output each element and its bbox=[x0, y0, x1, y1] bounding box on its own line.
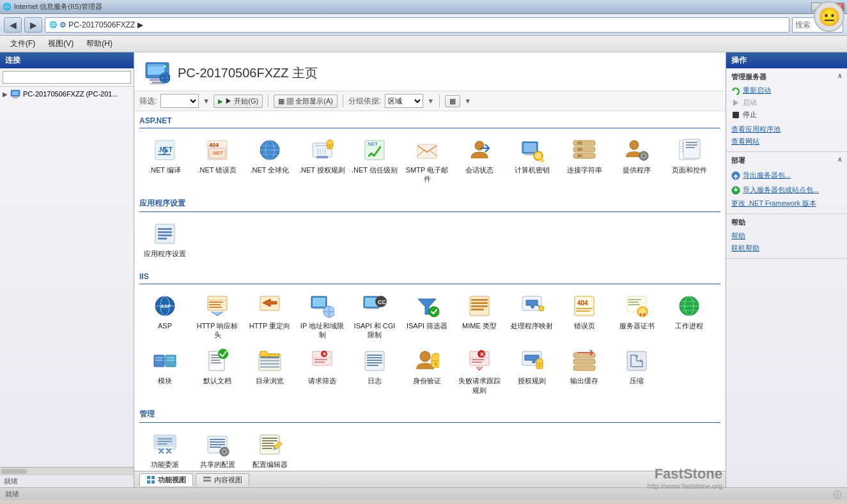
svg-rect-42 bbox=[541, 161, 543, 162]
left-scrollbar[interactable] bbox=[0, 467, 134, 475]
label-failed-req: 失败请求跟踪规则 bbox=[456, 376, 502, 395]
start-icon bbox=[731, 98, 740, 107]
svg-point-148 bbox=[539, 365, 541, 367]
icon-worker[interactable]: 工作进程 bbox=[664, 289, 715, 344]
icon-cert[interactable]: 服务器证书 bbox=[611, 289, 662, 344]
tab-feature-view[interactable]: 功能视图 bbox=[139, 473, 193, 486]
icon-error-page[interactable]: 404 错误页 bbox=[559, 289, 610, 344]
view-dropdown: ▼ bbox=[464, 97, 471, 105]
icon-box-dotnet-compile: .NET bbox=[152, 137, 178, 163]
icon-box-worker bbox=[676, 293, 702, 319]
icon-appsettings[interactable]: 应用程序设置 bbox=[139, 217, 190, 262]
icon-mime[interactable]: MIME 类型 bbox=[454, 289, 505, 344]
manage-server-title: 管理服务器 ∧ bbox=[731, 72, 842, 82]
action-view-apppool[interactable]: 查看应用程序池 bbox=[731, 123, 842, 135]
icon-http-redirect[interactable]: HTTP 重定向 bbox=[244, 289, 295, 344]
icon-log[interactable]: 日志 bbox=[349, 344, 400, 399]
icon-output-cache[interactable]: 输出缓存 bbox=[559, 344, 610, 399]
icon-failed-req[interactable]: ✕ 失败请求跟踪规则 bbox=[454, 344, 505, 399]
forward-button[interactable]: ▶ bbox=[24, 17, 42, 33]
view-button[interactable]: ▦ bbox=[445, 95, 460, 107]
icon-dotnet-error[interactable]: 404 .NET .NET 错误页 bbox=[192, 134, 243, 188]
icon-machinekey[interactable]: 计算机密钥 bbox=[506, 134, 557, 188]
svg-rect-5 bbox=[148, 65, 164, 66]
icon-dotnet-compile[interactable]: .NET .NET 编译 bbox=[139, 134, 190, 188]
svg-text:ab: ab bbox=[577, 141, 582, 145]
svg-rect-165 bbox=[262, 438, 277, 439]
group-select[interactable]: 区域 bbox=[385, 94, 423, 108]
menu-file[interactable]: 文件(F) bbox=[5, 37, 40, 50]
collapse-button[interactable]: ∧ bbox=[837, 72, 842, 79]
icon-box-asp: ASP bbox=[152, 293, 178, 319]
left-search-input[interactable] bbox=[3, 71, 131, 84]
label-compress: 压缩 bbox=[630, 376, 644, 385]
icon-ip-restrict[interactable]: IP 地址和域限制 bbox=[297, 289, 348, 344]
svg-rect-60 bbox=[686, 144, 697, 146]
back-button[interactable]: ◀ bbox=[4, 17, 22, 33]
deploy-collapse-button[interactable]: ∧ bbox=[837, 156, 842, 163]
icon-connstr[interactable]: ab ab ab 连接字符串 bbox=[559, 134, 610, 188]
icon-http-resp[interactable]: HTTP 响应标头 bbox=[192, 289, 243, 344]
icon-session[interactable]: 会话状态 bbox=[454, 134, 505, 188]
menu-view[interactable]: 视图(V) bbox=[43, 37, 79, 50]
svg-rect-1 bbox=[12, 91, 19, 95]
svg-rect-62 bbox=[155, 224, 175, 243]
action-export[interactable]: 导出服务器包... bbox=[731, 168, 842, 183]
icon-module[interactable]: 模块 bbox=[139, 344, 190, 399]
icon-handler[interactable]: 处理程序映射 bbox=[506, 289, 557, 344]
icon-dotnet-auth[interactable]: .NET 授权规则 bbox=[297, 134, 348, 188]
label-dotnet-global: .NET 全球化 bbox=[251, 165, 290, 174]
left-tree-area[interactable]: ▶ PC-20170506FXZZ (PC-201... bbox=[0, 87, 134, 467]
icon-authz[interactable]: 授权规则 bbox=[506, 344, 557, 399]
icon-smtp[interactable]: SMTP 电子邮件 bbox=[401, 134, 453, 188]
action-restart[interactable]: 重新启动 bbox=[731, 84, 842, 96]
label-dotnet-trust: .NET 信任级别 bbox=[352, 165, 398, 174]
icon-dir-browse[interactable]: 目录浏览 bbox=[244, 344, 295, 399]
address-box[interactable]: 🌐 ⚙ PC-20170506FXZZ ▶ bbox=[45, 17, 789, 33]
icon-auth[interactable]: 身份验证 bbox=[401, 344, 453, 399]
svg-rect-136 bbox=[367, 362, 382, 363]
icon-asp[interactable]: ASP ASP bbox=[139, 289, 190, 344]
icon-dotnet-global[interactable]: .NET 全球化 bbox=[244, 134, 295, 188]
label-dotnet-compile: .NET 编译 bbox=[149, 165, 181, 174]
icon-feature-delegate[interactable]: 功能委派 bbox=[139, 428, 190, 471]
start-button[interactable]: ▶ ▶ 开始(G) bbox=[214, 95, 263, 108]
bottom-tab-bar: 功能视图 内容视图 bbox=[134, 471, 726, 487]
action-stop[interactable]: 停止 bbox=[731, 109, 842, 121]
icon-isapi-cgi[interactable]: CC ISAPI 和 CGI限制 bbox=[349, 289, 400, 344]
icon-pages[interactable]: 页面和控件 bbox=[664, 134, 715, 188]
address-bar: ◀ ▶ 🌐 ⚙ PC-20170506FXZZ ▶ 😐 bbox=[0, 14, 847, 36]
icon-dotnet-trust[interactable]: .NET .NET 信任级别 bbox=[349, 134, 400, 188]
action-view-sites[interactable]: 查看网站 bbox=[731, 135, 842, 148]
filter-select[interactable] bbox=[160, 94, 199, 108]
action-online-help[interactable]: 联机帮助 bbox=[731, 242, 842, 254]
manage-server-section: 管理服务器 ∧ 重新启动 启动 停止 bbox=[726, 68, 847, 152]
tab-content-view[interactable]: 内容视图 bbox=[196, 473, 249, 486]
icon-config-editor[interactable]: 配置编辑器 bbox=[244, 428, 295, 471]
show-all-button[interactable]: ▦ ▦ 全部显示(A) bbox=[274, 95, 338, 108]
icon-req-filter[interactable]: ✕ 请求筛选 bbox=[297, 344, 348, 399]
icon-provider[interactable]: 提供程序 bbox=[611, 134, 662, 188]
svg-text:ab: ab bbox=[577, 147, 582, 151]
start-icon: ▶ bbox=[218, 98, 223, 105]
icon-isapi-filter[interactable]: ISAPI 筛选器 bbox=[401, 289, 453, 344]
svg-rect-113 bbox=[155, 360, 163, 361]
label-feature-delegate: 功能委派 bbox=[151, 460, 179, 469]
req-filter-svg: ✕ bbox=[310, 349, 334, 373]
svg-point-163 bbox=[223, 450, 226, 453]
show-all-icon: ▦ bbox=[278, 97, 284, 105]
action-help[interactable]: 帮助 bbox=[731, 230, 842, 242]
dir-browse-svg bbox=[258, 349, 282, 373]
icon-box-ip-restrict bbox=[309, 293, 335, 319]
action-import[interactable]: 导入服务器包或站点包... bbox=[731, 183, 842, 197]
svg-rect-71 bbox=[208, 296, 227, 310]
tree-item-server[interactable]: ▶ PC-20170506FXZZ (PC-201... bbox=[0, 87, 134, 101]
icon-compress[interactable]: 压缩 bbox=[611, 344, 662, 399]
icon-shared-config[interactable]: 共享的配置 bbox=[192, 428, 243, 471]
menu-help[interactable]: 帮助(H) bbox=[81, 37, 118, 50]
action-change-framework[interactable]: 更改 .NET Framework 版本 bbox=[731, 197, 842, 210]
section-iis: IIS bbox=[139, 267, 720, 284]
icon-default-doc[interactable]: 默认文档 bbox=[192, 344, 243, 399]
scroll-thumb[interactable] bbox=[1, 469, 27, 474]
manage-icons-grid: 功能委派 bbox=[139, 428, 720, 471]
